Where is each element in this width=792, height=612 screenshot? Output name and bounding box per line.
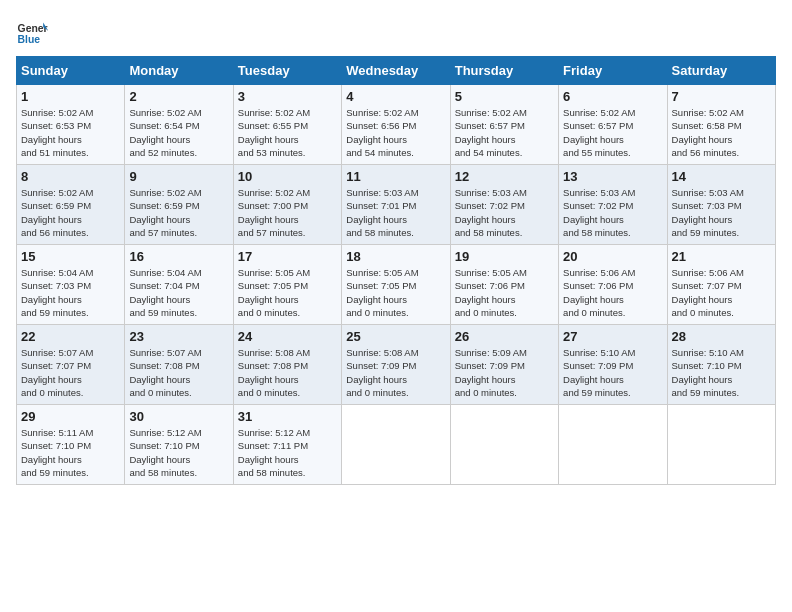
day-detail: Sunrise: 5:03 AMSunset: 7:03 PMDaylight … — [672, 187, 744, 238]
page-header: General Blue — [16, 16, 776, 48]
weekday-header-monday: Monday — [125, 57, 233, 85]
calendar-week-2: 15 Sunrise: 5:04 AMSunset: 7:03 PMDaylig… — [17, 245, 776, 325]
calendar-cell-16: 16 Sunrise: 5:04 AMSunset: 7:04 PMDaylig… — [125, 245, 233, 325]
calendar-cell-empty — [450, 405, 558, 485]
day-number: 15 — [21, 249, 120, 264]
calendar-week-4: 29 Sunrise: 5:11 AMSunset: 7:10 PMDaylig… — [17, 405, 776, 485]
calendar-cell-empty — [667, 405, 775, 485]
calendar-cell-29: 29 Sunrise: 5:11 AMSunset: 7:10 PMDaylig… — [17, 405, 125, 485]
day-detail: Sunrise: 5:05 AMSunset: 7:06 PMDaylight … — [455, 267, 527, 318]
day-detail: Sunrise: 5:02 AMSunset: 6:53 PMDaylight … — [21, 107, 93, 158]
weekday-header-tuesday: Tuesday — [233, 57, 341, 85]
calendar-cell-4: 4 Sunrise: 5:02 AMSunset: 6:56 PMDayligh… — [342, 85, 450, 165]
calendar-cell-5: 5 Sunrise: 5:02 AMSunset: 6:57 PMDayligh… — [450, 85, 558, 165]
day-detail: Sunrise: 5:05 AMSunset: 7:05 PMDaylight … — [238, 267, 310, 318]
calendar-cell-21: 21 Sunrise: 5:06 AMSunset: 7:07 PMDaylig… — [667, 245, 775, 325]
day-detail: Sunrise: 5:10 AMSunset: 7:10 PMDaylight … — [672, 347, 744, 398]
day-detail: Sunrise: 5:03 AMSunset: 7:01 PMDaylight … — [346, 187, 418, 238]
logo-icon: General Blue — [16, 16, 48, 48]
day-number: 3 — [238, 89, 337, 104]
calendar-cell-empty — [342, 405, 450, 485]
day-number: 17 — [238, 249, 337, 264]
day-detail: Sunrise: 5:06 AMSunset: 7:06 PMDaylight … — [563, 267, 635, 318]
day-number: 20 — [563, 249, 662, 264]
day-detail: Sunrise: 5:05 AMSunset: 7:05 PMDaylight … — [346, 267, 418, 318]
day-number: 22 — [21, 329, 120, 344]
calendar-cell-27: 27 Sunrise: 5:10 AMSunset: 7:09 PMDaylig… — [559, 325, 667, 405]
day-number: 5 — [455, 89, 554, 104]
calendar-body: 1 Sunrise: 5:02 AMSunset: 6:53 PMDayligh… — [17, 85, 776, 485]
calendar-cell-6: 6 Sunrise: 5:02 AMSunset: 6:57 PMDayligh… — [559, 85, 667, 165]
calendar-cell-25: 25 Sunrise: 5:08 AMSunset: 7:09 PMDaylig… — [342, 325, 450, 405]
calendar-cell-7: 7 Sunrise: 5:02 AMSunset: 6:58 PMDayligh… — [667, 85, 775, 165]
day-detail: Sunrise: 5:08 AMSunset: 7:08 PMDaylight … — [238, 347, 310, 398]
day-detail: Sunrise: 5:06 AMSunset: 7:07 PMDaylight … — [672, 267, 744, 318]
calendar-cell-19: 19 Sunrise: 5:05 AMSunset: 7:06 PMDaylig… — [450, 245, 558, 325]
day-number: 29 — [21, 409, 120, 424]
calendar-cell-28: 28 Sunrise: 5:10 AMSunset: 7:10 PMDaylig… — [667, 325, 775, 405]
calendar-cell-9: 9 Sunrise: 5:02 AMSunset: 6:59 PMDayligh… — [125, 165, 233, 245]
day-detail: Sunrise: 5:09 AMSunset: 7:09 PMDaylight … — [455, 347, 527, 398]
day-detail: Sunrise: 5:10 AMSunset: 7:09 PMDaylight … — [563, 347, 635, 398]
day-number: 16 — [129, 249, 228, 264]
day-number: 1 — [21, 89, 120, 104]
day-detail: Sunrise: 5:12 AMSunset: 7:10 PMDaylight … — [129, 427, 201, 478]
weekday-header-thursday: Thursday — [450, 57, 558, 85]
day-detail: Sunrise: 5:04 AMSunset: 7:04 PMDaylight … — [129, 267, 201, 318]
calendar-cell-26: 26 Sunrise: 5:09 AMSunset: 7:09 PMDaylig… — [450, 325, 558, 405]
day-detail: Sunrise: 5:02 AMSunset: 6:54 PMDaylight … — [129, 107, 201, 158]
day-number: 2 — [129, 89, 228, 104]
day-number: 30 — [129, 409, 228, 424]
weekday-header-wednesday: Wednesday — [342, 57, 450, 85]
day-number: 28 — [672, 329, 771, 344]
calendar-cell-11: 11 Sunrise: 5:03 AMSunset: 7:01 PMDaylig… — [342, 165, 450, 245]
day-number: 13 — [563, 169, 662, 184]
calendar-cell-17: 17 Sunrise: 5:05 AMSunset: 7:05 PMDaylig… — [233, 245, 341, 325]
day-detail: Sunrise: 5:04 AMSunset: 7:03 PMDaylight … — [21, 267, 93, 318]
day-number: 4 — [346, 89, 445, 104]
day-number: 23 — [129, 329, 228, 344]
day-detail: Sunrise: 5:02 AMSunset: 6:55 PMDaylight … — [238, 107, 310, 158]
logo: General Blue — [16, 16, 48, 48]
calendar-cell-24: 24 Sunrise: 5:08 AMSunset: 7:08 PMDaylig… — [233, 325, 341, 405]
day-number: 7 — [672, 89, 771, 104]
day-number: 10 — [238, 169, 337, 184]
weekday-header-friday: Friday — [559, 57, 667, 85]
day-detail: Sunrise: 5:12 AMSunset: 7:11 PMDaylight … — [238, 427, 310, 478]
day-detail: Sunrise: 5:11 AMSunset: 7:10 PMDaylight … — [21, 427, 93, 478]
calendar-cell-30: 30 Sunrise: 5:12 AMSunset: 7:10 PMDaylig… — [125, 405, 233, 485]
calendar-week-3: 22 Sunrise: 5:07 AMSunset: 7:07 PMDaylig… — [17, 325, 776, 405]
day-detail: Sunrise: 5:07 AMSunset: 7:08 PMDaylight … — [129, 347, 201, 398]
weekday-header-sunday: Sunday — [17, 57, 125, 85]
calendar-cell-13: 13 Sunrise: 5:03 AMSunset: 7:02 PMDaylig… — [559, 165, 667, 245]
calendar-cell-10: 10 Sunrise: 5:02 AMSunset: 7:00 PMDaylig… — [233, 165, 341, 245]
weekday-header-row: SundayMondayTuesdayWednesdayThursdayFrid… — [17, 57, 776, 85]
day-number: 27 — [563, 329, 662, 344]
day-detail: Sunrise: 5:08 AMSunset: 7:09 PMDaylight … — [346, 347, 418, 398]
calendar-cell-8: 8 Sunrise: 5:02 AMSunset: 6:59 PMDayligh… — [17, 165, 125, 245]
calendar-cell-18: 18 Sunrise: 5:05 AMSunset: 7:05 PMDaylig… — [342, 245, 450, 325]
calendar-week-1: 8 Sunrise: 5:02 AMSunset: 6:59 PMDayligh… — [17, 165, 776, 245]
day-detail: Sunrise: 5:02 AMSunset: 6:59 PMDaylight … — [129, 187, 201, 238]
calendar-cell-2: 2 Sunrise: 5:02 AMSunset: 6:54 PMDayligh… — [125, 85, 233, 165]
day-number: 25 — [346, 329, 445, 344]
day-number: 26 — [455, 329, 554, 344]
day-number: 9 — [129, 169, 228, 184]
day-detail: Sunrise: 5:02 AMSunset: 6:56 PMDaylight … — [346, 107, 418, 158]
calendar-cell-15: 15 Sunrise: 5:04 AMSunset: 7:03 PMDaylig… — [17, 245, 125, 325]
day-number: 12 — [455, 169, 554, 184]
day-detail: Sunrise: 5:02 AMSunset: 6:58 PMDaylight … — [672, 107, 744, 158]
day-detail: Sunrise: 5:07 AMSunset: 7:07 PMDaylight … — [21, 347, 93, 398]
day-number: 6 — [563, 89, 662, 104]
calendar-cell-12: 12 Sunrise: 5:03 AMSunset: 7:02 PMDaylig… — [450, 165, 558, 245]
day-number: 19 — [455, 249, 554, 264]
svg-text:Blue: Blue — [18, 34, 41, 45]
calendar-cell-31: 31 Sunrise: 5:12 AMSunset: 7:11 PMDaylig… — [233, 405, 341, 485]
calendar-table: SundayMondayTuesdayWednesdayThursdayFrid… — [16, 56, 776, 485]
calendar-cell-empty — [559, 405, 667, 485]
weekday-header-saturday: Saturday — [667, 57, 775, 85]
day-detail: Sunrise: 5:03 AMSunset: 7:02 PMDaylight … — [563, 187, 635, 238]
day-detail: Sunrise: 5:02 AMSunset: 7:00 PMDaylight … — [238, 187, 310, 238]
calendar-cell-14: 14 Sunrise: 5:03 AMSunset: 7:03 PMDaylig… — [667, 165, 775, 245]
day-detail: Sunrise: 5:02 AMSunset: 6:59 PMDaylight … — [21, 187, 93, 238]
